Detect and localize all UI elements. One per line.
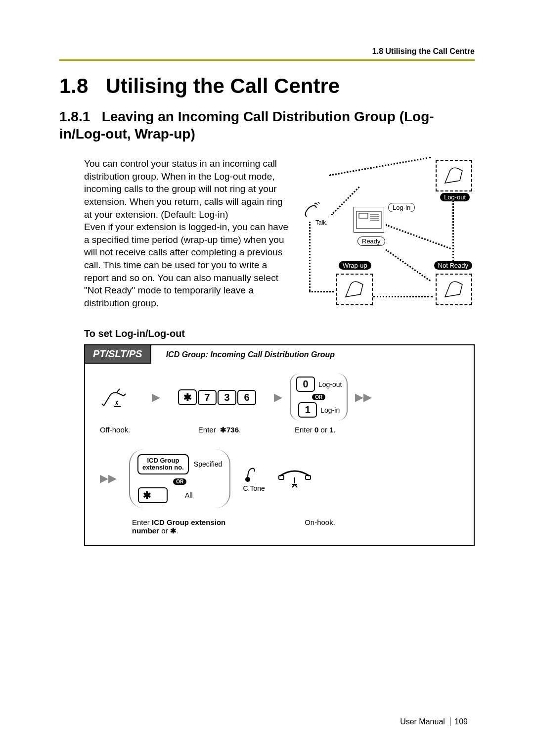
subsection-heading: 1.8.1 Leaving an Incoming Call Distribut… [59, 108, 475, 142]
desk-phone-icon [354, 207, 384, 233]
running-head: 1.8 Utilising the Call Centre [372, 47, 475, 56]
notready-pill: Not Ready [434, 261, 472, 270]
path-left-down [309, 222, 311, 291]
section-heading: 1.8 Utilising the Call Centre [59, 74, 475, 98]
svg-rect-8 [306, 475, 311, 479]
body-p2: Even if your extension is logged-in, you… [84, 222, 288, 308]
header-rule [59, 59, 475, 61]
pt-slt-ps-tab: PT/SLT/PS [85, 345, 151, 364]
enter-0-or-1-caption: Enter 0 or 1. [295, 425, 369, 434]
procedure-heading: To set Log-in/Log-out [84, 328, 475, 339]
ext-bracket: ICD Group extension no. Specified OR ✱ A… [129, 449, 230, 508]
body-text: You can control your status in an incomi… [84, 157, 293, 310]
login-pill: Log-in [388, 203, 415, 212]
logout-label: Log-out [318, 380, 342, 388]
path-ready-notready [385, 249, 431, 282]
key-0: 0 [296, 377, 315, 392]
logout-pill: Log-out [440, 193, 470, 201]
svg-rect-1 [359, 213, 368, 218]
footer-page: 109 [450, 717, 472, 726]
enter-ext-caption: Enter ICD Group extension number or ✱. [132, 518, 241, 535]
key-3: 3 [218, 390, 236, 405]
section-title: Utilising the Call Centre [105, 74, 340, 97]
arrow-icon: ▶▶ [100, 472, 117, 485]
phone-logout-icon [436, 160, 472, 191]
arrow-icon: ▶▶ [355, 391, 372, 404]
key-7: 7 [198, 390, 217, 405]
state-diagram: Talk. Log-out Log-in Ready Wrap-up Not R… [302, 157, 475, 311]
svg-rect-7 [279, 475, 284, 479]
path-top [329, 157, 431, 176]
icd-note: ICD Group: Incoming Call Distribution Gr… [166, 350, 335, 359]
choice-bracket: 0 Log-out OR 1 Log-in [290, 374, 348, 421]
path-left-bottom [309, 291, 334, 292]
path-right-down [452, 197, 454, 261]
onhook-icon [277, 469, 312, 488]
page: 1.8 Utilising the Call Centre 1.8 Utilis… [0, 0, 534, 756]
ready-pill: Ready [357, 236, 385, 246]
talk-label: Talk. [315, 219, 328, 226]
phone-wrapup-icon [336, 274, 373, 305]
onhook-caption: On-hook. [295, 518, 345, 535]
procedure-box: PT/SLT/PS ICD Group: Incoming Call Distr… [84, 344, 475, 546]
wrapup-pill: Wrap-up [339, 261, 371, 270]
icd-key-line1: ICD Group [147, 457, 179, 464]
offhook-caption: Off-hook. [100, 425, 144, 434]
icd-key-line2: extension no. [142, 464, 184, 471]
arrow-icon: ▶ [274, 391, 282, 404]
svg-point-6 [245, 477, 250, 482]
phone-notready-icon [436, 274, 472, 305]
offhook-icon [100, 386, 130, 409]
or-badge: OR [173, 478, 186, 485]
enter-code-caption: Enter ✱736. [170, 425, 269, 434]
footer-manual: User Manual [400, 717, 445, 726]
subsection-title: Leaving an Incoming Call Distribution Gr… [59, 109, 434, 142]
ringing-phone-icon [302, 202, 321, 222]
or-badge: OR [312, 394, 325, 400]
all-label: All [185, 491, 193, 499]
body-p1: You can control your status in an incomi… [84, 158, 282, 220]
login-label: Log-in [320, 406, 340, 414]
key-1: 1 [298, 402, 317, 418]
key-6: 6 [237, 390, 256, 405]
section-number: 1.8 [59, 74, 88, 97]
ctone-icon: C.Tone [243, 465, 265, 492]
arrow-icon: ▶ [152, 391, 160, 404]
key-star-all: ✱ [138, 487, 168, 503]
path-login-ready [385, 224, 451, 249]
key-star: ✱ [178, 389, 197, 405]
page-footer: User Manual 109 [400, 717, 475, 726]
subsection-number: 1.8.1 [59, 109, 90, 124]
specified-label: Specified [194, 460, 222, 468]
path-bottom [373, 296, 433, 297]
